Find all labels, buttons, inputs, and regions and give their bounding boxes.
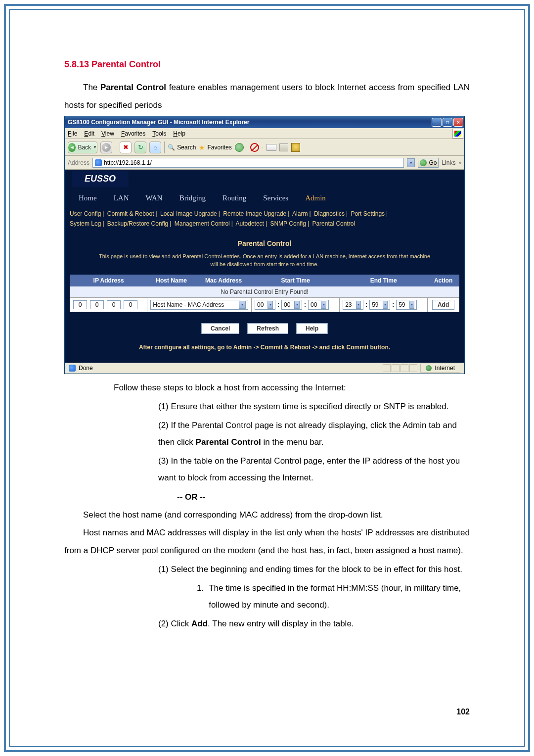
menu-view[interactable]: View bbox=[101, 130, 114, 137]
forward-arrow-icon: ► bbox=[102, 143, 111, 152]
address-label: Address bbox=[68, 159, 89, 166]
print-icon[interactable] bbox=[279, 143, 288, 151]
chevron-down-icon: ▾ bbox=[356, 301, 361, 309]
start-time-cell: 00▾ : 00▾ : 00▾ bbox=[252, 297, 340, 312]
address-bar: Address http://192.168.1.1/ ▾ → Go Links… bbox=[65, 156, 464, 170]
hostnames-paragraph: Host names and MAC addresses will displa… bbox=[64, 524, 470, 559]
go-button[interactable]: → Go bbox=[418, 158, 439, 168]
address-dropdown[interactable]: ▾ bbox=[407, 158, 415, 167]
search-button[interactable]: 🔍 Search bbox=[168, 144, 196, 151]
action-cell: Add bbox=[428, 297, 459, 312]
chevron-down-icon: ▾ bbox=[239, 301, 246, 309]
ip-octet-1[interactable]: 0 bbox=[73, 300, 87, 309]
subnav-item[interactable]: Autodetect bbox=[236, 220, 264, 227]
menu-file[interactable]: File bbox=[68, 130, 77, 137]
end-ss-select[interactable]: 59▾ bbox=[396, 300, 417, 310]
page-refresh-button[interactable]: Refresh bbox=[247, 323, 288, 334]
subnav-item[interactable]: Management Control bbox=[175, 220, 230, 227]
status-seg bbox=[400, 364, 408, 372]
research-icon[interactable] bbox=[291, 143, 300, 152]
list-item: (3) In the table on the Parental Control… bbox=[158, 453, 470, 486]
ip-octet-4[interactable]: 0 bbox=[124, 300, 137, 309]
host-mac-select[interactable]: Host Name - MAC Address ▾ bbox=[150, 300, 248, 310]
zone-text: Internet bbox=[435, 365, 455, 372]
steps-list-1: (1) Ensure that either the system time i… bbox=[64, 398, 470, 486]
subnav-item[interactable]: Local Image Upgrade bbox=[160, 210, 217, 217]
subnav-item[interactable]: Backup/Restore Config bbox=[107, 220, 168, 227]
select-host-paragraph: Select the host name (and corresponding … bbox=[64, 506, 470, 524]
start-hh-select[interactable]: 00▾ bbox=[255, 300, 275, 310]
nav-services[interactable]: Services bbox=[263, 194, 288, 202]
steps-list-3: (2) Click Add. The new entry will displa… bbox=[64, 615, 470, 632]
refresh-button[interactable]: ↻ bbox=[134, 142, 146, 153]
sub-nav: User Config| Commit & Reboot| Local Imag… bbox=[70, 207, 459, 232]
list-item: 1. The time is specified in the format H… bbox=[197, 580, 470, 614]
links-label[interactable]: Links bbox=[442, 159, 455, 166]
subnav-item[interactable]: SNMP Config bbox=[270, 220, 306, 227]
nav-lan[interactable]: LAN bbox=[114, 194, 129, 202]
go-label: Go bbox=[429, 159, 437, 166]
chevron-down-icon: ▾ bbox=[294, 301, 300, 309]
subnav-item[interactable]: Remote Image Upgrade bbox=[223, 210, 286, 217]
start-ss-select[interactable]: 00▾ bbox=[308, 300, 329, 310]
home-button[interactable]: ⌂ bbox=[149, 142, 161, 153]
back-button[interactable]: ◄ Back ▼ bbox=[68, 142, 97, 153]
subnav-item[interactable]: User Config bbox=[70, 210, 101, 217]
time-colon: : bbox=[304, 301, 306, 308]
popup-blocker-icon[interactable] bbox=[250, 143, 259, 152]
add-button[interactable]: Add bbox=[432, 300, 454, 310]
status-done-icon bbox=[69, 365, 76, 372]
title-bar: GS8100 Configuration Manager GUI - Micro… bbox=[65, 116, 464, 128]
menu-edit[interactable]: Edit bbox=[84, 130, 94, 137]
menu-favorites[interactable]: Favorites bbox=[121, 130, 145, 137]
section-heading: 5.8.13 Parental Control bbox=[64, 59, 470, 70]
mail-icon[interactable] bbox=[267, 144, 276, 151]
status-seg bbox=[392, 364, 400, 372]
brand-logo: EUSSO bbox=[72, 171, 129, 187]
subnav-item[interactable]: Alarm bbox=[292, 210, 308, 217]
button-row: Cancel Refresh Help bbox=[70, 312, 459, 341]
end-mm-select[interactable]: 59▾ bbox=[369, 300, 390, 310]
page-description: This page is used to view and add Parent… bbox=[70, 252, 459, 275]
sub-num: 1. bbox=[197, 580, 204, 614]
menu-help[interactable]: Help bbox=[173, 130, 185, 137]
help-button[interactable]: Help bbox=[296, 323, 328, 334]
ip-octet-2[interactable]: 0 bbox=[90, 300, 104, 309]
no-entry-text: No Parental Control Entry Found! bbox=[70, 286, 459, 297]
history-icon[interactable] bbox=[235, 143, 244, 152]
nav-admin[interactable]: Admin bbox=[305, 194, 326, 202]
status-segments bbox=[383, 364, 417, 372]
cancel-button[interactable]: Cancel bbox=[201, 323, 239, 334]
nav-home[interactable]: Home bbox=[79, 194, 97, 202]
end-time-cell: 23▾ : 59▾ : 59▾ bbox=[340, 297, 428, 312]
menu-bar: File Edit View Favorites Tools Help bbox=[65, 128, 464, 139]
intro-prefix: The bbox=[83, 83, 100, 92]
nav-wan[interactable]: WAN bbox=[146, 194, 163, 202]
start-mm-select[interactable]: 00▾ bbox=[281, 300, 302, 310]
menu-tools[interactable]: Tools bbox=[152, 130, 166, 137]
toolbar-sep-2 bbox=[164, 142, 165, 153]
address-input[interactable]: http://192.168.1.1/ bbox=[92, 158, 404, 168]
links-chevron-icon[interactable]: » bbox=[458, 160, 461, 165]
favorites-button[interactable]: ★ Favorites bbox=[199, 143, 231, 151]
end-hh-select[interactable]: 23▾ bbox=[343, 300, 363, 310]
webpage-body: EUSSO Home LAN WAN Bridging Routing Serv… bbox=[65, 170, 464, 362]
subnav-item[interactable]: Diagnostics bbox=[314, 210, 345, 217]
subnav-item[interactable]: Port Settings bbox=[351, 210, 385, 217]
chevron-down-icon: ▾ bbox=[267, 301, 273, 309]
ip-octet-3[interactable]: 0 bbox=[107, 300, 121, 309]
status-seg bbox=[383, 364, 391, 372]
nav-bridging[interactable]: Bridging bbox=[179, 194, 206, 202]
subnav-item[interactable]: Commit & Reboot bbox=[107, 210, 154, 217]
list-item: (2) If the Parental Control page is not … bbox=[158, 417, 470, 451]
subnav-item[interactable]: Parental Control bbox=[312, 220, 355, 227]
minimize-button[interactable]: _ bbox=[432, 118, 442, 127]
back-dropdown-icon: ▼ bbox=[93, 145, 97, 149]
close-button[interactable]: × bbox=[453, 118, 463, 127]
nav-routing[interactable]: Routing bbox=[222, 194, 246, 202]
forward-button[interactable]: ► bbox=[100, 142, 112, 153]
stop-button[interactable]: ✖ bbox=[120, 142, 132, 153]
back-arrow-icon: ◄ bbox=[68, 143, 76, 152]
maximize-button[interactable]: □ bbox=[443, 118, 452, 127]
subnav-item[interactable]: System Log bbox=[70, 220, 101, 227]
